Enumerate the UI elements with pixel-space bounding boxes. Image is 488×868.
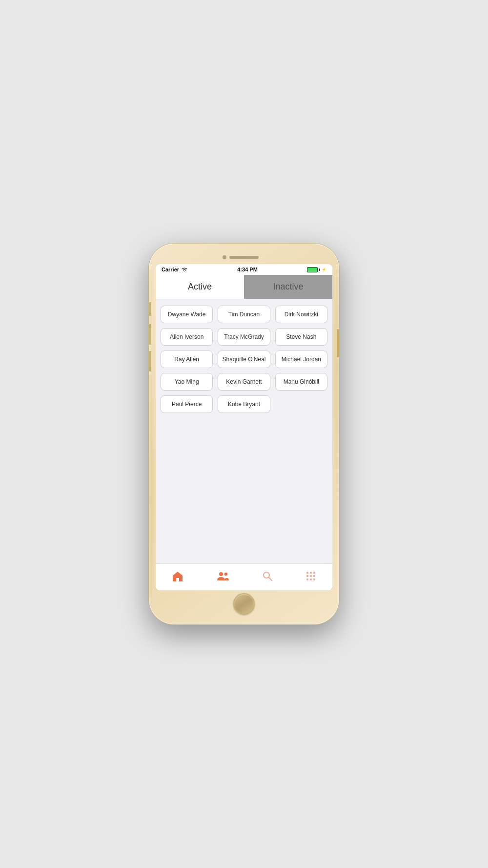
player-button[interactable]: Dirk Nowitzki — [275, 306, 327, 323]
player-button[interactable]: Kobe Bryant — [218, 395, 270, 413]
tab-inactive[interactable]: Inactive — [244, 275, 332, 299]
carrier-label: Carrier — [162, 267, 188, 272]
volume-down-button[interactable] — [149, 351, 151, 372]
clock: 4:34 PM — [237, 267, 258, 272]
player-button[interactable]: Kevin Garnett — [218, 373, 270, 391]
tab-active[interactable]: Active — [156, 275, 244, 299]
status-bar: Carrier 4:34 PM ⚡ — [156, 264, 332, 275]
svg-point-8 — [310, 575, 312, 577]
svg-line-3 — [269, 578, 272, 581]
svg-point-6 — [313, 572, 315, 574]
svg-point-1 — [224, 573, 227, 576]
svg-point-5 — [310, 572, 312, 574]
player-button[interactable]: Ray Allen — [161, 351, 213, 368]
home-icon — [172, 571, 183, 584]
svg-point-12 — [313, 579, 315, 580]
svg-point-7 — [306, 575, 308, 577]
player-button[interactable]: Paul Pierce — [161, 395, 213, 413]
player-button[interactable]: Yao Ming — [161, 373, 213, 391]
battery-body — [307, 267, 318, 272]
search-icon — [262, 571, 273, 584]
home-button-area — [233, 590, 255, 618]
mute-button[interactable] — [149, 302, 151, 316]
svg-point-9 — [313, 575, 315, 577]
battery-bolt-icon: ⚡ — [322, 268, 326, 272]
phone-frame: Carrier 4:34 PM ⚡ Active — [149, 244, 339, 624]
battery-tip — [319, 269, 320, 271]
svg-point-0 — [219, 572, 223, 576]
phone-screen: Carrier 4:34 PM ⚡ Active — [156, 264, 332, 590]
player-button[interactable]: Allen Iverson — [161, 328, 213, 346]
tab-inactive-label: Inactive — [273, 282, 303, 291]
volume-up-button[interactable] — [149, 324, 151, 345]
carrier-text: Carrier — [162, 267, 179, 272]
bottom-nav — [156, 563, 332, 590]
players-area: Dwyane WadeTim DuncanDirk NowitzkiAllen … — [156, 299, 332, 563]
players-grid: Dwyane WadeTim DuncanDirk NowitzkiAllen … — [161, 306, 327, 413]
tab-active-label: Active — [188, 282, 212, 291]
nav-people[interactable] — [208, 569, 238, 586]
svg-point-10 — [306, 579, 308, 580]
screen-wrapper: Carrier 4:34 PM ⚡ Active — [156, 264, 332, 590]
tab-bar: Active Inactive — [156, 275, 332, 299]
svg-point-11 — [310, 579, 312, 580]
phone-top-bar — [156, 250, 332, 264]
people-icon — [216, 571, 230, 584]
nav-search[interactable] — [254, 569, 281, 586]
player-button[interactable]: Tracy McGrady — [218, 328, 270, 346]
nav-grid[interactable] — [298, 569, 324, 586]
front-camera — [223, 255, 226, 259]
wifi-icon — [181, 267, 188, 272]
power-button[interactable] — [337, 329, 339, 357]
battery-indicator: ⚡ — [307, 267, 326, 272]
player-button[interactable]: Shaquille O'Neal — [218, 351, 270, 368]
player-button[interactable]: Tim Duncan — [218, 306, 270, 323]
player-button[interactable]: Dwyane Wade — [161, 306, 213, 323]
nav-home[interactable] — [164, 569, 191, 586]
player-button[interactable]: Michael Jordan — [275, 351, 327, 368]
svg-point-4 — [306, 572, 308, 574]
grid-icon — [305, 571, 316, 584]
player-button[interactable]: Manu Ginóbili — [275, 373, 327, 391]
player-button[interactable]: Steve Nash — [275, 328, 327, 346]
home-button[interactable] — [233, 593, 255, 615]
earpiece-speaker — [229, 256, 259, 259]
